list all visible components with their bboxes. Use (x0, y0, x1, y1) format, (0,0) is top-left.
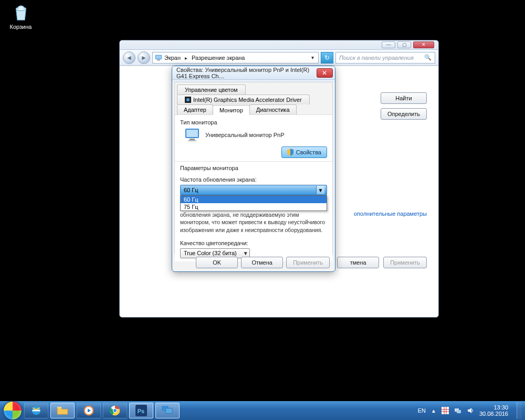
display-settings-icon (161, 405, 174, 416)
taskbar-item-display-settings[interactable] (155, 403, 180, 418)
svg-rect-22 (442, 407, 449, 414)
advanced-settings-link[interactable]: ополнительные параметры (354, 211, 427, 217)
address-dropdown[interactable]: ▾ (309, 55, 316, 60)
breadcrumb-separator (183, 55, 190, 61)
taskbar: Ps EN ▲ 13:30 30.08.2016 (0, 401, 525, 420)
dialog-title: Свойства: Универсальный монитор PnP и In… (176, 67, 317, 79)
flag-icon[interactable] (442, 407, 449, 414)
apply-button[interactable]: Применить (286, 257, 330, 268)
cancel-button[interactable]: Отмена (241, 257, 283, 268)
monitor-settings-label: Параметры монитора (180, 165, 327, 171)
wmp-icon (83, 405, 94, 416)
svg-rect-2 (156, 55, 162, 58)
divider (175, 161, 332, 162)
chrome-icon (109, 405, 121, 416)
intel-icon (185, 97, 191, 103)
clock[interactable]: 13:30 30.08.2016 (479, 404, 508, 417)
taskbar-item-wmp[interactable] (77, 403, 101, 418)
tab-adapter[interactable]: Адаптер (177, 104, 213, 114)
maximize-button[interactable]: ▢ (397, 41, 411, 48)
chevron-down-icon: ▼ (243, 250, 248, 256)
shield-icon (287, 149, 293, 156)
search-placeholder: Поиск в панели управления (339, 55, 414, 61)
refresh-rate-selected: 60 Гц (184, 187, 198, 193)
show-desktop-button[interactable] (517, 402, 522, 419)
folder-icon (57, 406, 68, 415)
tray-overflow-icon[interactable]: ▲ (431, 408, 436, 414)
breadcrumb-item[interactable]: Экран (164, 55, 181, 61)
refresh-rate-combobox[interactable]: 60 Гц ▼ 60 Гц 75 Гц (180, 185, 327, 195)
window-titlebar: — ▢ ✕ (120, 40, 438, 50)
find-button[interactable]: Найти (381, 92, 427, 104)
refresh-button[interactable]: ↻ (321, 52, 333, 64)
taskbar-item-explorer[interactable] (50, 403, 75, 418)
ok-button[interactable]: OK (196, 257, 238, 268)
start-button[interactable] (3, 401, 22, 420)
search-icon: 🔍 (424, 54, 432, 61)
svg-text:Ps: Ps (138, 408, 144, 414)
minimize-button[interactable]: — (382, 41, 395, 48)
search-input[interactable]: Поиск в панели управления 🔍 (335, 52, 435, 64)
refresh-rate-label: Частота обновления экрана: (180, 176, 327, 183)
color-quality-label: Качество цветопередачи: (180, 240, 327, 246)
monitor-type-label: Тип монитора (180, 119, 327, 125)
refresh-rate-option[interactable]: 60 Гц (181, 196, 327, 203)
dialog-titlebar[interactable]: Свойства: Универсальный монитор PnP и In… (172, 66, 335, 80)
close-button[interactable]: ✕ (413, 41, 434, 48)
recycle-bin-label: Корзина (6, 24, 35, 30)
address-bar[interactable]: Экран Разрешение экрана ▾ (152, 52, 319, 64)
breadcrumb-item[interactable]: Разрешение экрана (192, 55, 245, 61)
clock-date: 30.08.2016 (479, 411, 508, 417)
svg-point-17 (113, 409, 117, 412)
tab-diagnostics[interactable]: Диагностика (249, 104, 297, 114)
monitor-properties-dialog: Свойства: Универсальный монитор PnP и In… (172, 66, 335, 272)
language-indicator[interactable]: EN (418, 407, 426, 414)
tab-intel-driver[interactable]: Intel(R) Graphics Media Accelerator Driv… (177, 94, 310, 104)
photoshop-icon: Ps (135, 405, 147, 416)
svg-point-5 (186, 98, 190, 101)
nav-bar: ◄ ► Экран Разрешение экрана ▾ ↻ Поиск в … (120, 50, 438, 66)
dialog-close-button[interactable]: ✕ (317, 68, 333, 78)
tab-strip: Управление цветом Intel(R) Graphics Medi… (175, 82, 332, 115)
svg-rect-11 (57, 407, 61, 408)
ie-icon (30, 405, 42, 416)
svg-rect-7 (186, 130, 198, 137)
taskbar-item-ie[interactable] (24, 403, 48, 418)
monitor-name: Универсальный монитор PnP (205, 132, 285, 138)
tab-monitor[interactable]: Монитор (213, 105, 250, 115)
svg-rect-21 (165, 408, 172, 413)
dialog-footer: OK Отмена Применить (196, 257, 330, 268)
parent-cancel-button[interactable]: тмена (337, 257, 379, 268)
identify-button[interactable]: Определить (381, 108, 427, 120)
network-icon[interactable] (454, 407, 461, 414)
parent-apply-button[interactable]: Применить (383, 257, 427, 268)
svg-rect-24 (457, 410, 461, 413)
taskbar-item-chrome[interactable] (103, 403, 127, 418)
refresh-rate-dropdown-list: 60 Гц 75 Гц (180, 195, 327, 211)
recycle-bin-icon (11, 3, 31, 23)
chevron-down-icon: ▼ (316, 186, 324, 194)
monitor-icon (155, 54, 162, 61)
volume-icon[interactable] (467, 407, 474, 414)
svg-rect-3 (157, 59, 160, 60)
system-tray: EN ▲ 13:30 30.08.2016 (418, 402, 522, 419)
tab-color-management[interactable]: Управление цветом (177, 85, 246, 94)
taskbar-item-photoshop[interactable]: Ps (129, 403, 153, 418)
tab-body-monitor: Тип монитора Универсальный монитор PnP С… (175, 115, 332, 261)
dialog-content: Управление цветом Intel(R) Graphics Medi… (174, 82, 333, 254)
svg-rect-8 (190, 139, 195, 140)
color-quality-value: True Color (32 бита) (184, 250, 237, 256)
forward-button[interactable]: ► (138, 51, 150, 64)
back-button[interactable]: ◄ (123, 51, 135, 64)
monitor-icon (184, 128, 201, 142)
monitor-properties-button[interactable]: Свойства (281, 146, 327, 158)
recycle-bin[interactable]: Корзина (6, 3, 35, 30)
clock-time: 13:30 (479, 404, 508, 411)
svg-rect-9 (188, 140, 196, 141)
refresh-rate-option[interactable]: 75 Гц (181, 203, 327, 211)
